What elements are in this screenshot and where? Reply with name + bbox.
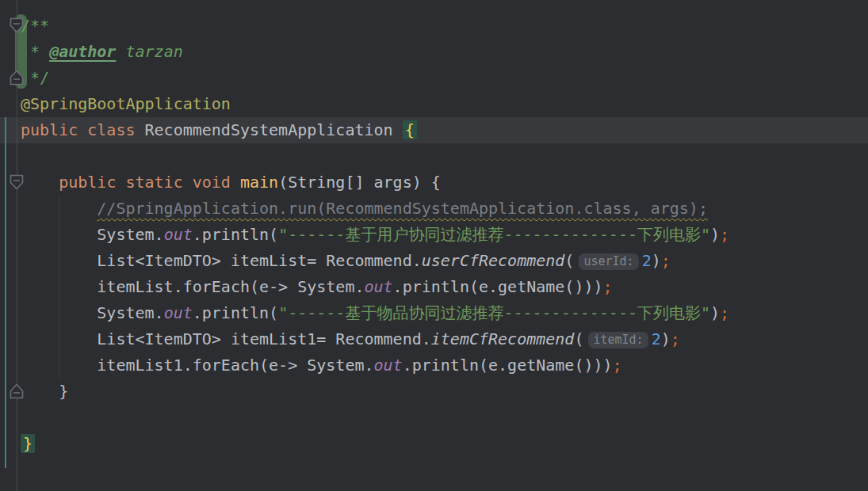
code-token: RecommendSystemApplication bbox=[136, 120, 403, 139]
code-line[interactable]: } bbox=[21, 431, 729, 457]
code-token: .println(e.getName())) bbox=[393, 277, 603, 296]
code-token: ( bbox=[574, 329, 583, 348]
code-token: ; bbox=[613, 356, 622, 375]
code-token bbox=[21, 199, 97, 218]
code-token: public static void bbox=[59, 173, 240, 192]
code-editor: /** * @author tarzan */@SpringBootApplic… bbox=[0, 0, 868, 491]
code-token: "------基于物品协同过滤推荐--------------下列电影" bbox=[278, 303, 710, 322]
code-token: ; bbox=[603, 277, 613, 296]
fold-end-icon[interactable] bbox=[10, 68, 24, 87]
code-token: .println(e.getName())) bbox=[403, 356, 613, 375]
code-line[interactable]: /** bbox=[21, 13, 729, 39]
code-token: System. bbox=[21, 303, 164, 322]
code-token: { bbox=[403, 120, 417, 139]
code-token: ) bbox=[661, 329, 671, 348]
vcs-modified-marker[interactable] bbox=[5, 117, 6, 468]
fold-start-icon[interactable] bbox=[10, 173, 24, 192]
parameter-hint-inlay: itemId: bbox=[588, 332, 648, 348]
code-line[interactable]: @SpringBootApplication bbox=[21, 91, 729, 117]
code-token: List<ItemDTO> itemList1= Recommend. bbox=[21, 329, 431, 348]
parameter-hint-inlay: userId: bbox=[579, 253, 638, 270]
code-line[interactable]: */ bbox=[21, 65, 729, 91]
code-token: 2 bbox=[652, 329, 661, 348]
code-line[interactable]: List<ItemDTO> itemList1= Recommend.itemC… bbox=[21, 326, 729, 352]
code-line[interactable] bbox=[21, 405, 729, 431]
code-token: out bbox=[164, 225, 193, 244]
code-token: */ bbox=[21, 68, 49, 87]
code-token: /** bbox=[21, 16, 49, 35]
code-token: ) bbox=[652, 251, 661, 270]
code-token: public class bbox=[21, 120, 136, 139]
code-token: (String[] args) { bbox=[278, 173, 441, 192]
code-line[interactable]: itemList1.forEach(e-> System.out.println… bbox=[21, 352, 729, 379]
code-token: out bbox=[364, 277, 392, 296]
code-line[interactable]: //SpringApplication.run(RecommendSystemA… bbox=[21, 196, 729, 222]
code-token: main bbox=[240, 173, 278, 192]
code-token: //SpringApplication.run(RecommendSystemA… bbox=[97, 199, 708, 218]
code-token: out bbox=[374, 356, 403, 375]
code-token: } bbox=[21, 382, 68, 401]
code-token: ; bbox=[720, 303, 729, 322]
code-token: tarzan bbox=[125, 42, 182, 61]
code-line[interactable]: public class RecommendSystemApplication … bbox=[21, 117, 729, 143]
code-token: itemList.forEach(e-> System. bbox=[21, 277, 364, 296]
code-token: "------基于用户协同过滤推荐--------------下列电影" bbox=[278, 225, 710, 244]
fold-end-icon[interactable] bbox=[10, 382, 24, 401]
code-token: System. bbox=[21, 225, 164, 244]
code-token: .println( bbox=[193, 225, 278, 244]
code-token: .println( bbox=[193, 303, 278, 322]
code-token: userCfRecommend bbox=[422, 251, 565, 270]
code-line[interactable]: * @author tarzan bbox=[21, 39, 729, 65]
code-token: itemList1.forEach(e-> System. bbox=[21, 356, 374, 375]
code-line[interactable]: itemList.forEach(e-> System.out.println(… bbox=[21, 274, 729, 300]
code-token: ; bbox=[671, 329, 680, 348]
code-token: itemCfRecommend bbox=[431, 329, 575, 348]
code-area[interactable]: /** * @author tarzan */@SpringBootApplic… bbox=[21, 13, 729, 457]
code-line[interactable]: public static void main(String[] args) { bbox=[21, 169, 729, 196]
fold-start-icon[interactable] bbox=[10, 16, 24, 35]
code-token: ; bbox=[720, 225, 729, 244]
code-token: List<ItemDTO> itemList= Recommend. bbox=[21, 251, 422, 270]
code-line[interactable]: List<ItemDTO> itemList= Recommend.userCf… bbox=[21, 248, 729, 274]
code-token: ; bbox=[661, 251, 671, 270]
code-token: out bbox=[164, 303, 193, 322]
code-token: ) bbox=[710, 225, 720, 244]
code-token bbox=[21, 173, 59, 192]
code-token bbox=[116, 42, 125, 61]
code-token: 2 bbox=[642, 251, 652, 270]
code-token: @author bbox=[49, 42, 116, 61]
code-line[interactable]: } bbox=[21, 379, 729, 405]
code-token: ) bbox=[710, 303, 720, 322]
code-token: ( bbox=[564, 251, 574, 270]
code-line[interactable] bbox=[21, 143, 729, 169]
code-line[interactable]: System.out.println("------基于物品协同过滤推荐----… bbox=[21, 300, 729, 326]
code-token: @SpringBootApplication bbox=[21, 94, 231, 113]
code-token: } bbox=[21, 434, 35, 453]
code-token: * bbox=[21, 42, 49, 61]
code-line[interactable]: System.out.println("------基于用户协同过滤推荐----… bbox=[21, 222, 729, 248]
